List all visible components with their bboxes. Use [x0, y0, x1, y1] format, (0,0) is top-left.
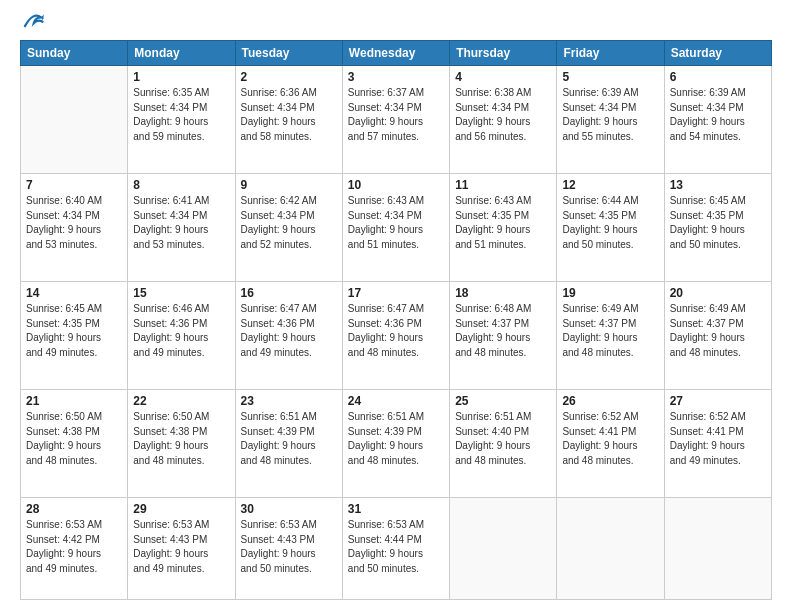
- day-number: 5: [562, 70, 658, 84]
- day-number: 29: [133, 502, 229, 516]
- day-info: Sunrise: 6:51 AMSunset: 4:39 PMDaylight:…: [348, 410, 444, 468]
- day-info: Sunrise: 6:40 AMSunset: 4:34 PMDaylight:…: [26, 194, 122, 252]
- day-number: 11: [455, 178, 551, 192]
- day-info: Sunrise: 6:47 AMSunset: 4:36 PMDaylight:…: [241, 302, 337, 360]
- day-number: 20: [670, 286, 766, 300]
- logo: [20, 20, 44, 32]
- day-number: 27: [670, 394, 766, 408]
- day-number: 22: [133, 394, 229, 408]
- day-number: 28: [26, 502, 122, 516]
- calendar-cell: 5Sunrise: 6:39 AMSunset: 4:34 PMDaylight…: [557, 66, 664, 174]
- calendar-cell: 7Sunrise: 6:40 AMSunset: 4:34 PMDaylight…: [21, 174, 128, 282]
- calendar-cell: 31Sunrise: 6:53 AMSunset: 4:44 PMDayligh…: [342, 498, 449, 600]
- calendar-cell: 30Sunrise: 6:53 AMSunset: 4:43 PMDayligh…: [235, 498, 342, 600]
- calendar-cell: [21, 66, 128, 174]
- day-info: Sunrise: 6:45 AMSunset: 4:35 PMDaylight:…: [26, 302, 122, 360]
- calendar-cell: [450, 498, 557, 600]
- day-number: 23: [241, 394, 337, 408]
- header: [20, 16, 772, 32]
- weekday-header-row: SundayMondayTuesdayWednesdayThursdayFrid…: [21, 41, 772, 66]
- weekday-header: Sunday: [21, 41, 128, 66]
- calendar-cell: 28Sunrise: 6:53 AMSunset: 4:42 PMDayligh…: [21, 498, 128, 600]
- day-info: Sunrise: 6:52 AMSunset: 4:41 PMDaylight:…: [670, 410, 766, 468]
- weekday-header: Wednesday: [342, 41, 449, 66]
- day-info: Sunrise: 6:41 AMSunset: 4:34 PMDaylight:…: [133, 194, 229, 252]
- day-number: 26: [562, 394, 658, 408]
- day-info: Sunrise: 6:53 AMSunset: 4:42 PMDaylight:…: [26, 518, 122, 576]
- day-number: 1: [133, 70, 229, 84]
- day-number: 16: [241, 286, 337, 300]
- weekday-header: Saturday: [664, 41, 771, 66]
- calendar-cell: 14Sunrise: 6:45 AMSunset: 4:35 PMDayligh…: [21, 282, 128, 390]
- calendar-cell: 11Sunrise: 6:43 AMSunset: 4:35 PMDayligh…: [450, 174, 557, 282]
- day-number: 17: [348, 286, 444, 300]
- calendar-cell: 23Sunrise: 6:51 AMSunset: 4:39 PMDayligh…: [235, 390, 342, 498]
- day-info: Sunrise: 6:38 AMSunset: 4:34 PMDaylight:…: [455, 86, 551, 144]
- day-number: 2: [241, 70, 337, 84]
- day-info: Sunrise: 6:36 AMSunset: 4:34 PMDaylight:…: [241, 86, 337, 144]
- calendar-table: SundayMondayTuesdayWednesdayThursdayFrid…: [20, 40, 772, 600]
- calendar-cell: 27Sunrise: 6:52 AMSunset: 4:41 PMDayligh…: [664, 390, 771, 498]
- day-number: 14: [26, 286, 122, 300]
- day-info: Sunrise: 6:50 AMSunset: 4:38 PMDaylight:…: [133, 410, 229, 468]
- day-number: 15: [133, 286, 229, 300]
- day-info: Sunrise: 6:53 AMSunset: 4:43 PMDaylight:…: [241, 518, 337, 576]
- page: SundayMondayTuesdayWednesdayThursdayFrid…: [0, 0, 792, 612]
- day-info: Sunrise: 6:37 AMSunset: 4:34 PMDaylight:…: [348, 86, 444, 144]
- calendar-cell: 9Sunrise: 6:42 AMSunset: 4:34 PMDaylight…: [235, 174, 342, 282]
- day-number: 18: [455, 286, 551, 300]
- day-info: Sunrise: 6:51 AMSunset: 4:39 PMDaylight:…: [241, 410, 337, 468]
- calendar-cell: 1Sunrise: 6:35 AMSunset: 4:34 PMDaylight…: [128, 66, 235, 174]
- day-number: 30: [241, 502, 337, 516]
- day-info: Sunrise: 6:49 AMSunset: 4:37 PMDaylight:…: [670, 302, 766, 360]
- day-number: 19: [562, 286, 658, 300]
- day-info: Sunrise: 6:45 AMSunset: 4:35 PMDaylight:…: [670, 194, 766, 252]
- day-info: Sunrise: 6:53 AMSunset: 4:44 PMDaylight:…: [348, 518, 444, 576]
- day-number: 24: [348, 394, 444, 408]
- calendar-row: 28Sunrise: 6:53 AMSunset: 4:42 PMDayligh…: [21, 498, 772, 600]
- day-info: Sunrise: 6:50 AMSunset: 4:38 PMDaylight:…: [26, 410, 122, 468]
- day-number: 13: [670, 178, 766, 192]
- calendar-cell: 2Sunrise: 6:36 AMSunset: 4:34 PMDaylight…: [235, 66, 342, 174]
- day-number: 12: [562, 178, 658, 192]
- calendar-row: 1Sunrise: 6:35 AMSunset: 4:34 PMDaylight…: [21, 66, 772, 174]
- day-info: Sunrise: 6:52 AMSunset: 4:41 PMDaylight:…: [562, 410, 658, 468]
- day-info: Sunrise: 6:46 AMSunset: 4:36 PMDaylight:…: [133, 302, 229, 360]
- calendar-cell: 10Sunrise: 6:43 AMSunset: 4:34 PMDayligh…: [342, 174, 449, 282]
- calendar-cell: 22Sunrise: 6:50 AMSunset: 4:38 PMDayligh…: [128, 390, 235, 498]
- day-info: Sunrise: 6:39 AMSunset: 4:34 PMDaylight:…: [670, 86, 766, 144]
- calendar-cell: 8Sunrise: 6:41 AMSunset: 4:34 PMDaylight…: [128, 174, 235, 282]
- day-number: 7: [26, 178, 122, 192]
- day-number: 9: [241, 178, 337, 192]
- weekday-header: Friday: [557, 41, 664, 66]
- calendar-row: 14Sunrise: 6:45 AMSunset: 4:35 PMDayligh…: [21, 282, 772, 390]
- day-info: Sunrise: 6:53 AMSunset: 4:43 PMDaylight:…: [133, 518, 229, 576]
- weekday-header: Tuesday: [235, 41, 342, 66]
- calendar-cell: 19Sunrise: 6:49 AMSunset: 4:37 PMDayligh…: [557, 282, 664, 390]
- day-info: Sunrise: 6:35 AMSunset: 4:34 PMDaylight:…: [133, 86, 229, 144]
- day-number: 21: [26, 394, 122, 408]
- day-number: 10: [348, 178, 444, 192]
- logo-icon: [22, 10, 44, 32]
- day-number: 31: [348, 502, 444, 516]
- calendar-cell: 3Sunrise: 6:37 AMSunset: 4:34 PMDaylight…: [342, 66, 449, 174]
- day-info: Sunrise: 6:43 AMSunset: 4:34 PMDaylight:…: [348, 194, 444, 252]
- calendar-cell: 15Sunrise: 6:46 AMSunset: 4:36 PMDayligh…: [128, 282, 235, 390]
- calendar-cell: 13Sunrise: 6:45 AMSunset: 4:35 PMDayligh…: [664, 174, 771, 282]
- calendar-cell: [557, 498, 664, 600]
- calendar-row: 7Sunrise: 6:40 AMSunset: 4:34 PMDaylight…: [21, 174, 772, 282]
- calendar-cell: [664, 498, 771, 600]
- calendar-cell: 18Sunrise: 6:48 AMSunset: 4:37 PMDayligh…: [450, 282, 557, 390]
- day-number: 8: [133, 178, 229, 192]
- calendar-cell: 12Sunrise: 6:44 AMSunset: 4:35 PMDayligh…: [557, 174, 664, 282]
- day-info: Sunrise: 6:47 AMSunset: 4:36 PMDaylight:…: [348, 302, 444, 360]
- calendar-cell: 29Sunrise: 6:53 AMSunset: 4:43 PMDayligh…: [128, 498, 235, 600]
- day-info: Sunrise: 6:44 AMSunset: 4:35 PMDaylight:…: [562, 194, 658, 252]
- day-number: 4: [455, 70, 551, 84]
- day-info: Sunrise: 6:42 AMSunset: 4:34 PMDaylight:…: [241, 194, 337, 252]
- day-info: Sunrise: 6:49 AMSunset: 4:37 PMDaylight:…: [562, 302, 658, 360]
- day-info: Sunrise: 6:43 AMSunset: 4:35 PMDaylight:…: [455, 194, 551, 252]
- weekday-header: Monday: [128, 41, 235, 66]
- calendar-cell: 6Sunrise: 6:39 AMSunset: 4:34 PMDaylight…: [664, 66, 771, 174]
- calendar-row: 21Sunrise: 6:50 AMSunset: 4:38 PMDayligh…: [21, 390, 772, 498]
